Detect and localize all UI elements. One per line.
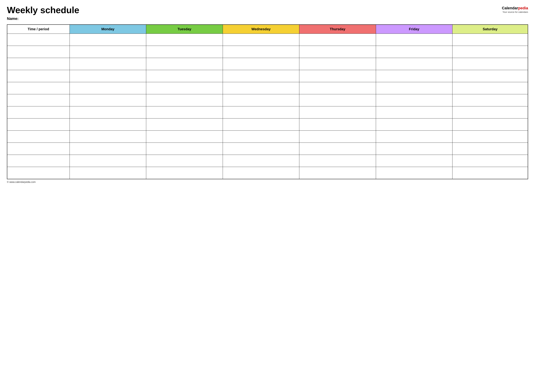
table-row <box>7 118 528 131</box>
table-cell[interactable] <box>7 167 70 179</box>
table-cell[interactable] <box>7 143 70 155</box>
table-cell[interactable] <box>223 118 299 131</box>
table-row <box>7 143 528 155</box>
table-cell[interactable] <box>376 167 452 179</box>
table-cell[interactable] <box>223 155 299 167</box>
table-cell[interactable] <box>376 94 452 106</box>
table-cell[interactable] <box>70 131 146 143</box>
table-cell[interactable] <box>70 34 146 46</box>
table-cell[interactable] <box>146 155 223 167</box>
table-cell[interactable] <box>376 155 452 167</box>
table-cell[interactable] <box>452 34 528 46</box>
table-cell[interactable] <box>70 143 146 155</box>
col-header-saturday: Saturday <box>452 25 528 34</box>
table-cell[interactable] <box>7 94 70 106</box>
table-cell[interactable] <box>146 58 223 70</box>
table-cell[interactable] <box>70 118 146 131</box>
title-section: Weekly schedule Name: <box>7 5 79 21</box>
table-cell[interactable] <box>452 167 528 179</box>
table-cell[interactable] <box>299 58 376 70</box>
table-cell[interactable] <box>452 58 528 70</box>
table-cell[interactable] <box>7 155 70 167</box>
table-cell[interactable] <box>452 143 528 155</box>
table-cell[interactable] <box>7 34 70 46</box>
table-cell[interactable] <box>70 70 146 82</box>
table-row <box>7 94 528 106</box>
table-cell[interactable] <box>376 143 452 155</box>
table-cell[interactable] <box>452 106 528 118</box>
table-cell[interactable] <box>223 34 299 46</box>
table-row <box>7 58 528 70</box>
table-cell[interactable] <box>223 131 299 143</box>
table-cell[interactable] <box>70 46 146 58</box>
table-cell[interactable] <box>452 46 528 58</box>
table-cell[interactable] <box>7 70 70 82</box>
table-cell[interactable] <box>299 70 376 82</box>
table-cell[interactable] <box>70 106 146 118</box>
table-cell[interactable] <box>223 58 299 70</box>
table-row <box>7 167 528 179</box>
table-cell[interactable] <box>146 106 223 118</box>
table-cell[interactable] <box>223 106 299 118</box>
table-cell[interactable] <box>7 131 70 143</box>
table-cell[interactable] <box>70 167 146 179</box>
table-cell[interactable] <box>452 118 528 131</box>
table-cell[interactable] <box>146 46 223 58</box>
table-cell[interactable] <box>146 94 223 106</box>
table-cell[interactable] <box>299 167 376 179</box>
table-cell[interactable] <box>70 94 146 106</box>
table-header-row: Time / period Monday Tuesday Wednesday T… <box>7 25 528 34</box>
table-cell[interactable] <box>299 143 376 155</box>
table-cell[interactable] <box>376 58 452 70</box>
table-cell[interactable] <box>452 94 528 106</box>
table-cell[interactable] <box>452 131 528 143</box>
table-cell[interactable] <box>299 155 376 167</box>
table-cell[interactable] <box>7 58 70 70</box>
table-cell[interactable] <box>376 118 452 131</box>
table-cell[interactable] <box>146 70 223 82</box>
table-cell[interactable] <box>7 46 70 58</box>
table-cell[interactable] <box>223 82 299 94</box>
table-cell[interactable] <box>299 118 376 131</box>
table-cell[interactable] <box>146 131 223 143</box>
table-cell[interactable] <box>7 118 70 131</box>
table-cell[interactable] <box>452 82 528 94</box>
schedule-table: Time / period Monday Tuesday Wednesday T… <box>7 24 528 179</box>
table-cell[interactable] <box>376 82 452 94</box>
footer-url: © www.calendarpedia.com <box>7 181 36 183</box>
table-cell[interactable] <box>223 167 299 179</box>
table-cell[interactable] <box>70 58 146 70</box>
table-cell[interactable] <box>146 118 223 131</box>
logo-tagline: Your source for calendars <box>502 11 528 13</box>
table-cell[interactable] <box>299 46 376 58</box>
col-header-wednesday: Wednesday <box>223 25 299 34</box>
table-cell[interactable] <box>70 155 146 167</box>
table-cell[interactable] <box>299 106 376 118</box>
name-label: Name: <box>7 16 79 21</box>
table-cell[interactable] <box>452 155 528 167</box>
table-cell[interactable] <box>223 143 299 155</box>
table-cell[interactable] <box>376 34 452 46</box>
table-cell[interactable] <box>376 46 452 58</box>
table-cell[interactable] <box>223 94 299 106</box>
table-cell[interactable] <box>376 131 452 143</box>
table-cell[interactable] <box>223 46 299 58</box>
table-cell[interactable] <box>376 70 452 82</box>
table-cell[interactable] <box>299 82 376 94</box>
table-cell[interactable] <box>299 94 376 106</box>
table-cell[interactable] <box>146 167 223 179</box>
table-cell[interactable] <box>7 82 70 94</box>
table-cell[interactable] <box>452 70 528 82</box>
table-cell[interactable] <box>70 82 146 94</box>
table-cell[interactable] <box>299 34 376 46</box>
table-cell[interactable] <box>146 82 223 94</box>
table-cell[interactable] <box>299 131 376 143</box>
col-header-thursday: Thursday <box>299 25 376 34</box>
table-cell[interactable] <box>7 106 70 118</box>
table-cell[interactable] <box>223 70 299 82</box>
table-cell[interactable] <box>146 34 223 46</box>
table-cell[interactable] <box>376 106 452 118</box>
footer: © www.calendarpedia.com <box>7 181 528 183</box>
logo-section: Calendarpedia Your source for calendars <box>502 6 528 13</box>
table-cell[interactable] <box>146 143 223 155</box>
